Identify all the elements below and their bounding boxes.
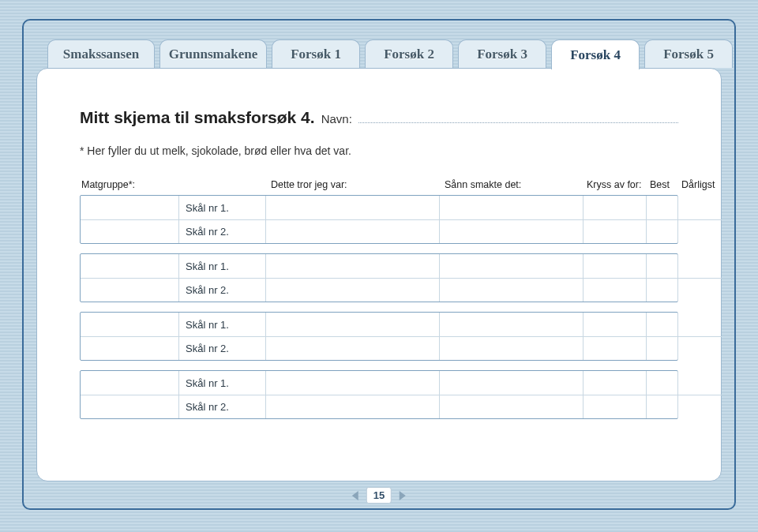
cell-matgruppe[interactable] [81,254,178,278]
cell-skal: Skål nr 1. [178,254,265,278]
cell-skal: Skål nr 2. [178,219,265,243]
cell-best[interactable] [646,254,677,278]
cell-matgruppe[interactable] [81,371,178,395]
table-group: Skål nr 1.Skål nr 2. [80,370,678,419]
tab-forsøk-4[interactable]: Forsøk 4 [551,39,640,69]
cell-matgruppe[interactable] [81,196,178,219]
table-row: Skål nr 2. [81,219,677,243]
cell-kryss-spacer [583,313,646,336]
cell-skal: Skål nr 1. [178,196,265,219]
cell-best[interactable] [646,336,677,360]
cell-best[interactable] [646,278,677,302]
pager: 15 [352,487,406,504]
col-kryss: Kryss av for: [587,179,650,190]
table-group: Skål nr 1.Skål nr 2. [80,312,678,361]
cell-best[interactable] [646,371,677,395]
tab-grunnsmakene[interactable]: Grunnsmakene [159,39,267,68]
cell-dette[interactable] [265,336,439,360]
col-best: Best [650,179,681,190]
cell-sann[interactable] [439,254,583,278]
cell-dette[interactable] [265,395,439,418]
cell-dette[interactable] [265,254,439,278]
cell-kryss-spacer [583,371,646,395]
table-group: Skål nr 1.Skål nr 2. [80,195,678,244]
table-row: Skål nr 1. [81,313,677,336]
cell-sann[interactable] [439,219,583,243]
table-row: Skål nr 2. [81,336,677,360]
cell-best[interactable] [646,219,677,243]
name-label: Navn: [321,112,352,126]
cell-sann[interactable] [439,395,583,418]
cell-sann[interactable] [439,371,583,395]
cell-dette[interactable] [265,278,439,302]
cell-matgruppe[interactable] [81,278,178,302]
col-sann: Sånn smakte det: [445,179,587,190]
cell-darligst[interactable] [677,371,722,395]
cell-darligst[interactable] [677,336,722,360]
cell-darligst[interactable] [677,219,722,243]
content-panel: Mitt skjema til smaksforsøk 4. Navn: * H… [36,68,722,481]
cell-kryss-spacer [583,219,646,243]
cell-darligst[interactable] [677,313,722,336]
col-darligst: Dårligst [681,179,726,190]
table-row: Skål nr 2. [81,395,677,418]
table-row: Skål nr 1. [81,254,677,278]
name-input-line[interactable] [358,112,678,123]
cell-matgruppe[interactable] [81,219,178,243]
cell-sann[interactable] [439,196,583,219]
cell-dette[interactable] [265,371,439,395]
footnote: * Her fyller du ut melk, sjokolade, brød… [80,144,678,157]
cell-best[interactable] [646,313,677,336]
tab-forsøk-2[interactable]: Forsøk 2 [365,39,453,68]
cell-skal: Skål nr 2. [178,278,265,302]
tab-forsøk-5[interactable]: Forsøk 5 [644,39,733,68]
cell-kryss-spacer [583,254,646,278]
col-matgruppe: Matgruppe*: [81,179,184,190]
table-row: Skål nr 1. [81,371,677,395]
cell-skal: Skål nr 1. [178,371,265,395]
cell-skal: Skål nr 2. [178,336,265,360]
tab-bar: SmakssansenGrunnsmakeneForsøk 1Forsøk 2F… [47,39,733,69]
cell-darligst[interactable] [677,395,722,418]
cell-kryss-spacer [583,278,646,302]
cell-sann[interactable] [439,278,583,302]
cell-skal: Skål nr 2. [178,395,265,418]
page-title: Mitt skjema til smaksforsøk 4. [80,108,315,127]
cell-best[interactable] [646,395,677,418]
cell-matgruppe[interactable] [81,313,178,336]
cell-kryss-spacer [583,395,646,418]
cell-darligst[interactable] [677,254,722,278]
cell-best[interactable] [646,196,677,219]
table-row: Skål nr 1. [81,196,677,219]
next-page-icon[interactable] [400,491,406,500]
cell-sann[interactable] [439,336,583,360]
cell-sann[interactable] [439,313,583,336]
title-line: Mitt skjema til smaksforsøk 4. Navn: [80,108,678,127]
col-dette: Dette tror jeg var: [271,179,445,190]
tab-forsøk-3[interactable]: Forsøk 3 [458,39,546,68]
prev-page-icon[interactable] [352,491,358,500]
cell-matgruppe[interactable] [81,395,178,418]
cell-matgruppe[interactable] [81,336,178,360]
cell-darligst[interactable] [677,278,722,302]
column-headers: Matgruppe*: Dette tror jeg var: Sånn sma… [80,179,678,195]
table-groups: Skål nr 1.Skål nr 2.Skål nr 1.Skål nr 2.… [80,195,678,419]
cell-kryss-spacer [583,196,646,219]
page-number: 15 [366,487,392,504]
table-group: Skål nr 1.Skål nr 2. [80,253,678,302]
table-row: Skål nr 2. [81,278,677,302]
cell-dette[interactable] [265,196,439,219]
tab-forsøk-1[interactable]: Forsøk 1 [272,39,360,68]
cell-skal: Skål nr 1. [178,313,265,336]
cell-dette[interactable] [265,313,439,336]
tab-smakssansen[interactable]: Smakssansen [47,39,155,68]
cell-kryss-spacer [583,336,646,360]
cell-darligst[interactable] [677,196,722,219]
cell-dette[interactable] [265,219,439,243]
